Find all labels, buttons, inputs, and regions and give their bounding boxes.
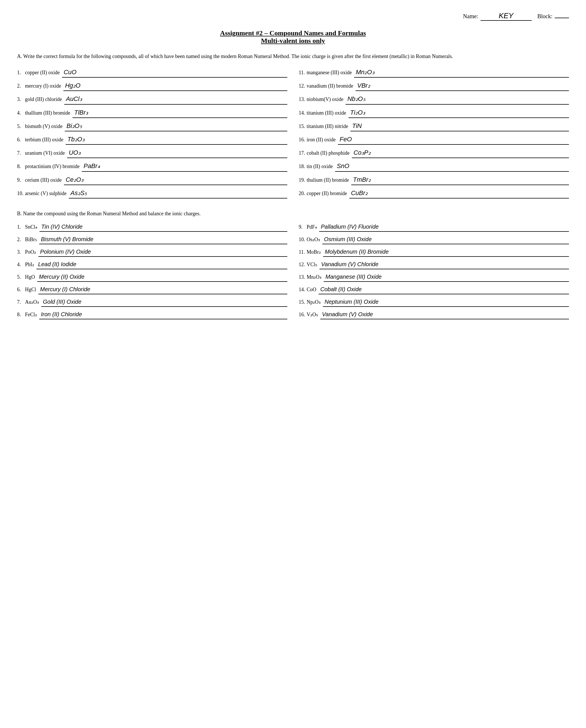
item-label: titanium (III) oxide	[307, 109, 346, 117]
item-label: cerium (III) oxide	[25, 176, 62, 184]
item-answer: Iron (II) Chloride	[39, 310, 287, 319]
table-row: 10. Os₂O₃ Osmium (III) Oxide	[299, 234, 569, 244]
formula: Np₂O₃	[307, 298, 321, 306]
item-label: uranium (VI) oxide	[25, 149, 65, 157]
formula: CoO	[307, 285, 316, 294]
item-answer: FeO	[338, 134, 569, 145]
item-answer: Manganese (III) Oxide	[324, 272, 569, 282]
table-row: 8. FeCl₂ Iron (II) Chloride	[17, 310, 287, 319]
item-label: iron (II) oxide	[307, 136, 336, 144]
item-num: 6.	[17, 285, 25, 294]
item-answer: Co₃P₂	[352, 148, 569, 158]
item-num: 7.	[17, 149, 25, 157]
table-row: 15. titanium (III) nitride TiN	[299, 121, 569, 131]
item-num: 15.	[299, 298, 307, 306]
item-answer: Neptunium (III) Oxide	[323, 297, 569, 307]
table-row: 1. copper (II) oxide CuO	[17, 67, 287, 78]
item-num: 9.	[17, 176, 25, 184]
block-block: Block:	[537, 13, 569, 20]
item-answer: Mn₂O₃	[354, 67, 569, 78]
item-num: 1.	[17, 223, 25, 231]
formula: Mn₂O₃	[307, 273, 321, 281]
item-answer: Gold (III) Oxide	[41, 297, 287, 307]
formula: PoO₂	[25, 248, 36, 256]
item-answer: Bismuth (V) Bromide	[39, 234, 287, 244]
table-row: 5. HgO Mercury (II) Oxide	[17, 272, 287, 282]
item-answer: Mercury (I) Chloride	[38, 285, 287, 294]
item-num: 5.	[17, 122, 25, 130]
title-line1: Assignment #2 – Compound Names and Formu…	[17, 29, 569, 37]
table-row: 12. VCl₅ Vanadium (V) Chloride	[299, 260, 569, 269]
item-num: 10.	[17, 190, 25, 198]
item-label: copper (II) bromide	[307, 190, 347, 198]
formula: VCl₅	[307, 260, 317, 269]
item-label: mercury (I) oxide	[25, 82, 61, 90]
item-answer: Vanadium (V) Chloride	[319, 260, 569, 269]
title-section: Assignment #2 – Compound Names and Formu…	[17, 29, 569, 45]
item-num: 19.	[299, 176, 307, 184]
table-row: 16. V₂O₅ Vanadium (V) Oxide	[299, 310, 569, 319]
item-answer: Mercury (II) Oxide	[37, 272, 287, 282]
item-label: thulium (II) bromide	[307, 176, 349, 184]
item-num: 12.	[299, 260, 307, 269]
item-num: 4.	[17, 109, 25, 117]
item-answer: VBr₂	[355, 80, 569, 91]
item-num: 8.	[17, 162, 25, 171]
table-row: 12. vanadium (II) bromide VBr₂	[299, 80, 569, 91]
table-row: 2. mercury (I) oxide Hg₂O	[17, 80, 287, 91]
item-label: niobium(V) oxide	[307, 95, 343, 103]
item-answer: Cobalt (II) Oxide	[319, 285, 569, 294]
item-num: 14.	[299, 109, 307, 117]
item-answer: TlBr₃	[73, 107, 287, 118]
section-a-grid: 1. copper (II) oxide CuO 2. mercury (I) …	[17, 67, 569, 201]
item-answer: Molybdenum (II) Bromide	[323, 247, 569, 257]
item-num: 17.	[299, 149, 307, 157]
item-label: cobalt (II) phosphide	[307, 149, 350, 157]
item-num: 3.	[17, 248, 25, 256]
formula: V₂O₅	[307, 310, 318, 319]
item-num: 12.	[299, 82, 307, 90]
section-b-instructions: B. Name the compound using the Roman Num…	[17, 210, 569, 218]
table-row: 3. gold (III) chloride AuCl₃	[17, 94, 287, 104]
item-answer: PaBr₄	[82, 161, 287, 172]
item-num: 10.	[299, 235, 307, 244]
item-num: 3.	[17, 95, 25, 103]
item-label: protactinium (IV) bromide	[25, 162, 80, 171]
item-answer: Bi₂O₅	[65, 121, 287, 131]
item-answer: Ti₂O₃	[348, 107, 569, 118]
table-row: 20. copper (II) bromide CuBr₂	[299, 188, 569, 199]
item-label: manganese (III) oxide	[307, 69, 352, 77]
item-num: 15.	[299, 122, 307, 130]
item-answer: Hg₂O	[63, 80, 287, 91]
block-label: Block:	[537, 13, 553, 20]
table-row: 4. thallium (III) bromide TlBr₃	[17, 107, 287, 118]
item-label: arsenic (V) sulphide	[25, 190, 66, 198]
item-num: 11.	[299, 69, 307, 77]
table-row: 7. uranium (VI) oxide UO₃	[17, 148, 287, 158]
item-answer: Tb₂O₃	[65, 134, 287, 145]
item-answer: CuO	[62, 67, 287, 78]
table-row: 9. PdF₄ Palladium (IV) Fluoride	[299, 222, 569, 232]
table-row: 14. titanium (III) oxide Ti₂O₃	[299, 107, 569, 118]
item-answer: AuCl₃	[64, 94, 287, 104]
section-b-right: 9. PdF₄ Palladium (IV) Fluoride 10. Os₂O…	[299, 222, 569, 322]
item-num: 13.	[299, 273, 307, 281]
item-label: gold (III) chloride	[25, 95, 62, 103]
item-label: terbium (III) oxide	[25, 136, 63, 144]
formula: BiBr₅	[25, 235, 37, 244]
name-block: Name: KEY	[463, 11, 531, 21]
item-label: vanadium (II) bromide	[307, 82, 353, 90]
table-row: 11. manganese (III) oxide Mn₂O₃	[299, 67, 569, 78]
item-num: 2.	[17, 82, 25, 90]
section-a-right: 11. manganese (III) oxide Mn₂O₃ 12. vana…	[299, 67, 569, 201]
table-row: 6. HgCl Mercury (I) Chloride	[17, 285, 287, 294]
table-row: 6. terbium (III) oxide Tb₂O₃	[17, 134, 287, 145]
item-label: thallium (III) bromide	[25, 109, 70, 117]
table-row: 7. Au₂O₃ Gold (III) Oxide	[17, 297, 287, 307]
formula: FeCl₂	[25, 310, 37, 319]
item-answer: Polonium (IV) Oxide	[38, 247, 287, 257]
section-b-left: 1. SnCl₄ Tin (IV) Chloride 2. BiBr₅ Bism…	[17, 222, 287, 322]
item-num: 6.	[17, 136, 25, 144]
title-line2: Multi-valent ions only	[17, 37, 569, 45]
item-answer: UO₃	[67, 148, 287, 158]
